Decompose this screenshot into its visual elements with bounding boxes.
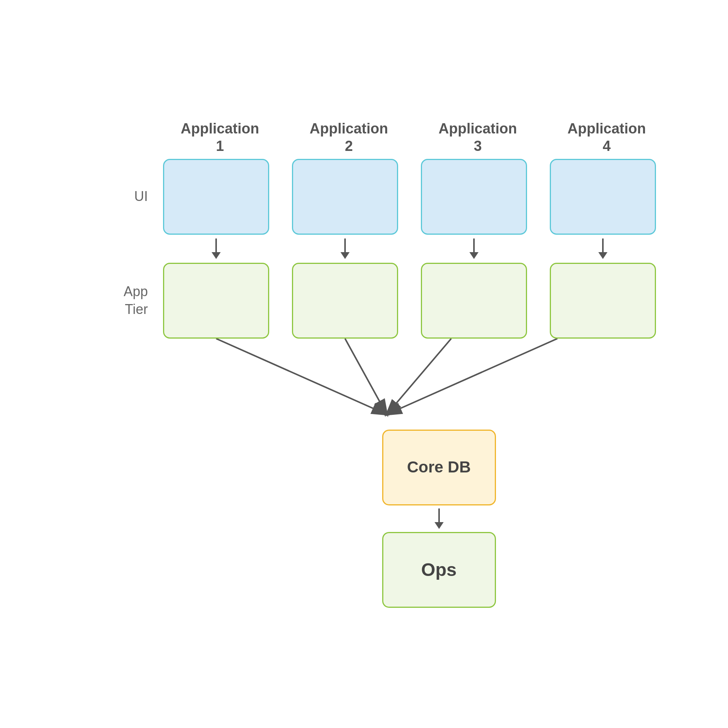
arrow-down-4 <box>598 238 607 259</box>
arrow-head-3 <box>469 252 479 259</box>
arrow-head-4 <box>598 252 607 259</box>
app-boxes <box>163 263 656 339</box>
arrow-shaft-1 <box>215 238 217 252</box>
arrow-shaft-4 <box>602 238 604 252</box>
arrow-col-1 <box>163 235 269 263</box>
app3-label: Application3 <box>425 120 531 155</box>
app-tier-box-1 <box>163 263 269 339</box>
arrow-col-2 <box>292 235 398 263</box>
arrow-head-2 <box>340 252 350 259</box>
converge-area <box>163 339 610 430</box>
ui-section: UI <box>99 159 629 235</box>
core-ops-shaft <box>438 508 440 522</box>
app-tier-box-3 <box>421 263 527 339</box>
arrow-col-4 <box>550 235 656 263</box>
app4-label: Application4 <box>554 120 660 155</box>
ops-label: Ops <box>421 559 457 580</box>
arrow-col-3 <box>421 235 527 263</box>
app-tier-box-4 <box>550 263 656 339</box>
arrow-down-2 <box>340 238 350 259</box>
core-db-to-ops-arrow <box>435 508 444 529</box>
arrows-list <box>163 235 656 263</box>
bottom-inner: Core DB Ops <box>382 430 496 608</box>
app-tier-section: AppTier <box>99 263 629 339</box>
ops-box: Ops <box>382 532 496 608</box>
app-tier-box-2 <box>292 263 398 339</box>
architecture-diagram: Application1 Application2 Application3 A… <box>99 120 629 607</box>
core-ops-head <box>435 522 444 529</box>
ui-box-3 <box>421 159 527 235</box>
app-labels-list: Application1 Application2 Application3 A… <box>167 120 660 155</box>
labels-row: Application1 Application2 Application3 A… <box>99 120 629 155</box>
app-tier-label: AppTier <box>99 283 148 318</box>
ui-box-2 <box>292 159 398 235</box>
converge-arrow-3 <box>387 339 451 414</box>
arrow-shaft-3 <box>473 238 475 252</box>
core-db-label: Core DB <box>407 458 471 477</box>
ui-tier-label: UI <box>99 188 148 206</box>
bottom-section: Core DB Ops <box>99 430 629 608</box>
arrow-head-1 <box>212 252 221 259</box>
converge-arrow-2 <box>345 339 387 414</box>
ui-to-app-arrows <box>99 235 629 263</box>
converge-arrow-4 <box>387 339 557 414</box>
converge-svg <box>163 339 610 430</box>
arrow-shaft-2 <box>344 238 346 252</box>
app1-label: Application1 <box>167 120 273 155</box>
ui-box-1 <box>163 159 269 235</box>
core-db-box: Core DB <box>382 430 496 505</box>
app2-label: Application2 <box>296 120 402 155</box>
ui-box-4 <box>550 159 656 235</box>
converge-section <box>99 339 629 430</box>
converge-arrow-1 <box>216 339 387 414</box>
ui-boxes <box>163 159 656 235</box>
arrow-down-3 <box>469 238 479 259</box>
arrow-down-1 <box>212 238 221 259</box>
